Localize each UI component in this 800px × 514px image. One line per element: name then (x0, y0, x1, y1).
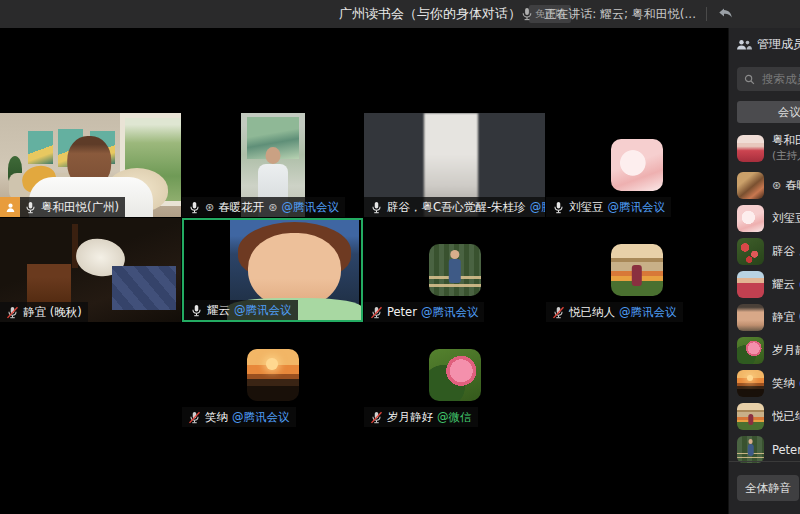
mic-muted-icon (6, 306, 19, 319)
member-avatar (737, 304, 764, 331)
member-avatar (737, 337, 764, 364)
search-box[interactable] (737, 67, 800, 91)
member-name: 静宜 (晚秋) (772, 310, 800, 325)
mic-muted-icon (370, 411, 383, 424)
panel-header: 管理成员(10) (729, 28, 800, 59)
video-tile-yaoyun[interactable]: 耀云 @腾讯会议 (182, 218, 363, 322)
member-row-chunnuanhuakai[interactable]: ⊛春暖花开 (729, 169, 800, 202)
mic-on-icon (188, 201, 201, 214)
search-icon (744, 74, 755, 85)
mic-muted-icon (188, 411, 201, 424)
video-tile-bigu[interactable]: 辟谷，粤C吾心觉醒-朱桂珍 @腾讯会议 (364, 113, 545, 217)
member-avatar (737, 172, 764, 199)
member-avatar (737, 238, 764, 265)
member-role: (主持人) (772, 149, 800, 163)
mic-muted-icon (552, 306, 565, 319)
mic-on-icon (24, 201, 37, 214)
panel-footer: 全体静音 (729, 461, 800, 514)
tile-label: 耀云 @腾讯会议 (184, 300, 298, 320)
member-avatar (737, 271, 764, 298)
emblem-icon: ⊛ (772, 179, 781, 192)
tile-label: 悦已纳人 @腾讯会议 (546, 302, 683, 322)
member-name: 春暖花开 (785, 178, 800, 193)
member-avatar (737, 370, 764, 397)
member-name: 辟谷，粤C吾心觉醒-朱桂珍 (772, 244, 800, 259)
video-tile-chunnuanhuakai[interactable]: ⊛ 春暖花开 ⊛ @腾讯会议 (182, 113, 363, 217)
panel-title: 管理成员(10) (757, 36, 800, 53)
member-row-xiaona[interactable]: 笑纳@腾讯会议 (729, 367, 800, 400)
participant-name: 静宜 (晚秋) (23, 305, 82, 320)
avatar-image (611, 139, 663, 191)
avatar-image (429, 349, 481, 401)
tile-label: ⊛ 春暖花开 ⊛ @腾讯会议 (182, 197, 345, 217)
participant-name: 春暖花开 (218, 200, 264, 215)
video-tile-jingyi[interactable]: 静宜 (晚秋) (0, 218, 181, 322)
platform-tag: @腾讯会议 (608, 200, 666, 215)
platform-tag: @腾讯会议 (232, 410, 290, 425)
member-name: 刘玺豆 (772, 211, 800, 226)
emblem-icon: ⊛ (268, 201, 277, 214)
platform-tag: @微信 (437, 410, 472, 425)
participant-name: 刘玺豆 (569, 200, 604, 215)
video-tile-peter[interactable]: Peter @腾讯会议 (364, 218, 545, 322)
participant-name: 耀云 (207, 303, 230, 318)
avatar-image (247, 349, 299, 401)
tile-label: 静宜 (晚秋) (0, 302, 88, 322)
member-row-yueyinaren[interactable]: 悦已纳人 (729, 400, 800, 433)
reply-arrow-icon[interactable] (717, 7, 734, 21)
emblem-icon: ⊛ (205, 201, 214, 214)
member-avatar (737, 436, 764, 463)
participant-name: Peter (387, 305, 417, 319)
video-tile-liuxidou[interactable]: 刘玺豆 @腾讯会议 (546, 113, 727, 217)
speaking-status-group: 正在讲话: 耀云; 粤和田悦(... (520, 0, 734, 28)
mic-status-icon[interactable] (520, 7, 534, 21)
host-badge-icon (0, 197, 20, 217)
participant-name: 岁月静好 (387, 410, 433, 425)
member-row-bigu[interactable]: 辟谷，粤C吾心觉醒-朱桂珍 (729, 235, 800, 268)
meeting-app-window: { "titlebar": { "title": "广州读书会（与你的身体对话）… (0, 0, 800, 514)
speaking-status: 正在讲话: 耀云; 粤和田悦(... (544, 6, 696, 23)
member-name: 耀云 (772, 277, 795, 292)
member-panel: 管理成员(10) 会议中- 粤和田悦(主持人) ⊛春暖花开 刘玺豆 辟谷，粤C吾… (728, 28, 800, 514)
member-row-yaoyun[interactable]: 耀云@腾讯会议 (729, 268, 800, 301)
mic-on-icon (190, 304, 203, 317)
avatar-image (429, 244, 481, 296)
video-tile-xiaona[interactable]: 笑纳 @腾讯会议 (182, 323, 363, 427)
video-tile-yuehetianyue[interactable]: 粤和田悦(广州) (0, 113, 181, 217)
member-name: 岁月静好 (772, 343, 800, 358)
member-avatar (737, 403, 764, 430)
participant-name: 粤和田悦(广州) (41, 200, 119, 215)
member-row-liuxidou[interactable]: 刘玺豆 (729, 202, 800, 235)
participant-name: 笑纳 (205, 410, 228, 425)
tile-label: 刘玺豆 @腾讯会议 (546, 197, 671, 217)
member-row-jingyi[interactable]: 静宜 (晚秋) (729, 301, 800, 334)
mute-all-button[interactable]: 全体静音 (737, 475, 799, 501)
members-icon (736, 39, 752, 51)
member-avatar (737, 205, 764, 232)
member-name: Peter (772, 443, 800, 457)
search-input[interactable] (760, 71, 800, 87)
tab-in-meeting[interactable]: 会议中- (737, 101, 800, 123)
tile-label: 笑纳 @腾讯会议 (182, 407, 296, 427)
member-row-yuehetianyue[interactable]: 粤和田悦(主持人) (729, 127, 800, 169)
platform-tag: @腾讯会议 (530, 200, 545, 215)
participant-name: 悦已纳人 (569, 305, 615, 320)
platform-tag: @腾讯会议 (234, 303, 292, 318)
tab-label: 会议中- (778, 105, 800, 120)
mic-on-icon (552, 201, 565, 214)
member-name: 粤和田悦 (772, 133, 800, 148)
video-grid: 粤和田悦(广州) ⊛ 春暖花开 ⊛ @腾讯会议 辟谷，粤C吾心觉醒-朱桂珍 @腾… (0, 28, 728, 514)
divider (706, 7, 707, 21)
video-tile-yueyinaren[interactable]: 悦已纳人 @腾讯会议 (546, 218, 727, 322)
mic-muted-icon (370, 306, 383, 319)
member-row-suiyuejinghao[interactable]: 岁月静好@微信 (729, 334, 800, 367)
tile-label: 辟谷，粤C吾心觉醒-朱桂珍 @腾讯会议 (364, 197, 545, 217)
video-tile-suiyuejinghao[interactable]: 岁月静好 @微信 (364, 323, 545, 427)
participant-name: 辟谷，粤C吾心觉醒-朱桂珍 (387, 200, 526, 215)
avatar-image (611, 244, 663, 296)
member-name: 悦已纳人 (772, 409, 800, 424)
mic-on-icon (370, 201, 383, 214)
meeting-title: 广州读书会（与你的身体对话） (339, 5, 521, 23)
tile-label: 粤和田悦(广州) (0, 197, 125, 217)
platform-tag: @腾讯会议 (421, 305, 479, 320)
